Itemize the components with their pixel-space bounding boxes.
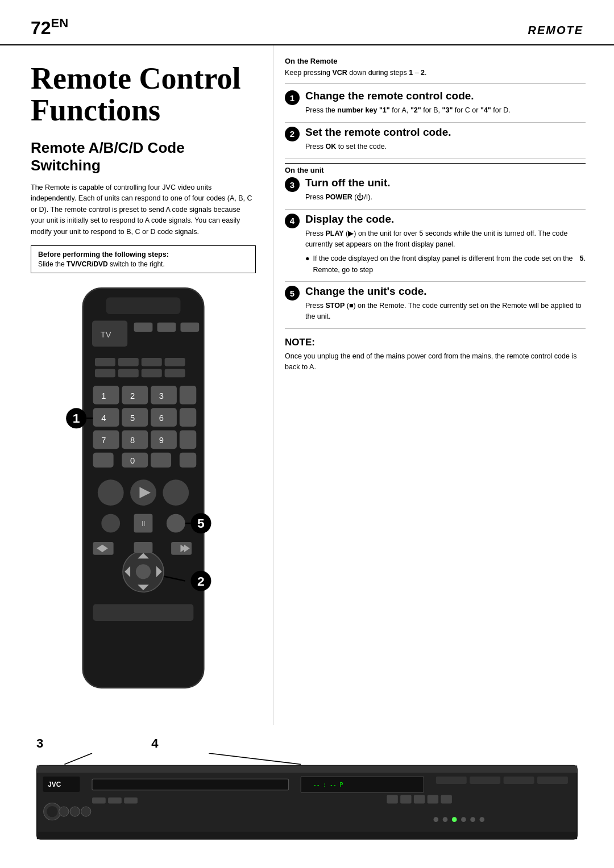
svg-rect-86 xyxy=(124,797,138,803)
step-1-content: Change the remote control code. Press th… xyxy=(305,90,511,116)
svg-point-41 xyxy=(98,479,124,506)
vcr-unit-svg: JVC -- : -- P xyxy=(31,753,583,852)
svg-text:9: 9 xyxy=(159,436,164,445)
svg-point-45 xyxy=(101,514,120,533)
notice-text: Slide the TV/VCR/DVD switch to the right… xyxy=(38,260,248,268)
step-2-circle: 2 xyxy=(285,127,300,141)
step-5-content: Change the unit's code. Press STOP (■) o… xyxy=(305,285,586,323)
svg-point-101 xyxy=(470,817,475,822)
svg-text:0: 0 xyxy=(130,456,135,465)
svg-rect-13 xyxy=(142,369,162,377)
svg-point-44 xyxy=(163,479,189,506)
svg-rect-81 xyxy=(470,777,500,784)
right-column: On the Remote Keep pressing VCR down dur… xyxy=(273,45,614,725)
step-2-body: Press OK to set the code. xyxy=(305,141,451,152)
step-3-circle: 3 xyxy=(285,177,300,192)
bottom-label-3: 3 xyxy=(36,736,43,751)
page-number: 72EN xyxy=(31,16,68,39)
svg-point-62 xyxy=(136,564,151,579)
svg-rect-10 xyxy=(165,358,185,366)
svg-rect-4 xyxy=(134,323,153,332)
step-4-circle: 4 xyxy=(285,214,300,228)
svg-rect-63 xyxy=(93,604,194,620)
remote-svg: TV 1 2 3 xyxy=(41,283,246,711)
page-number-value: 72 xyxy=(31,18,51,38)
step-1-body: Press the number key "1" for A, "2" for … xyxy=(305,105,511,116)
svg-rect-39 xyxy=(151,453,171,468)
svg-rect-28 xyxy=(180,408,196,427)
note-title: NOTE: xyxy=(285,337,586,348)
page-number-suffix: EN xyxy=(51,16,69,30)
svg-point-100 xyxy=(461,817,466,822)
svg-point-102 xyxy=(479,817,484,822)
on-remote-title: On the Remote xyxy=(285,57,586,65)
step-5-row: 5 Change the unit's code. Press STOP (■)… xyxy=(285,285,586,329)
page-header: 72EN REMOTE xyxy=(0,0,614,45)
svg-text:JVC: JVC xyxy=(48,781,61,788)
svg-point-91 xyxy=(81,807,91,816)
svg-text:8: 8 xyxy=(130,436,135,445)
svg-text:TV: TV xyxy=(101,330,111,339)
svg-text:5: 5 xyxy=(197,516,205,531)
step-4-row: 4 Display the code. Press PLAY (▶) on th… xyxy=(285,213,586,282)
bottom-label-4: 4 xyxy=(151,736,158,751)
svg-point-90 xyxy=(70,807,80,816)
step-4-heading: Display the code. xyxy=(305,213,586,226)
svg-rect-80 xyxy=(436,777,467,784)
svg-rect-77 xyxy=(92,779,289,790)
step-2-row: 2 Set the remote control code. Press OK … xyxy=(285,126,586,158)
svg-point-97 xyxy=(433,817,438,822)
note-text: Once you unplug the end of the mains pow… xyxy=(285,351,586,373)
step-4-content: Display the code. Press PLAY (▶) on the … xyxy=(305,213,586,276)
svg-rect-35 xyxy=(180,430,196,449)
svg-text:4: 4 xyxy=(101,414,106,423)
svg-rect-82 xyxy=(504,777,534,784)
svg-text:-- : -- P: -- : -- P xyxy=(313,782,343,788)
svg-point-99 xyxy=(452,817,457,822)
svg-point-98 xyxy=(443,817,448,822)
svg-rect-92 xyxy=(387,795,397,803)
svg-rect-6 xyxy=(180,323,199,332)
step-3-row: 3 Turn off the unit. Press POWER (⏻/I). xyxy=(285,177,586,209)
svg-text:II: II xyxy=(142,519,146,528)
note-section: NOTE: Once you unplug the end of the mai… xyxy=(285,337,586,373)
step-2-content: Set the remote control code. Press OK to… xyxy=(305,126,451,152)
svg-line-105 xyxy=(209,753,301,764)
svg-point-47 xyxy=(167,514,185,533)
svg-rect-84 xyxy=(92,797,106,803)
svg-rect-1 xyxy=(106,297,181,314)
svg-text:5: 5 xyxy=(130,414,135,423)
notice-title: Before performing the following steps: xyxy=(38,251,248,258)
svg-rect-96 xyxy=(441,795,451,803)
bottom-labels: 3 4 xyxy=(31,736,583,751)
page-title: Remote Control Functions xyxy=(31,62,256,127)
on-remote-section: On the Remote Keep pressing VCR down dur… xyxy=(285,57,586,85)
svg-rect-40 xyxy=(180,453,196,468)
page-section: REMOTE xyxy=(528,24,583,37)
svg-text:7: 7 xyxy=(101,436,106,445)
svg-rect-54 xyxy=(134,542,153,553)
svg-rect-95 xyxy=(428,795,438,803)
svg-rect-11 xyxy=(95,369,115,377)
left-column: Remote Control Functions Remote A/B/C/D … xyxy=(0,45,273,725)
svg-rect-74 xyxy=(37,765,577,773)
svg-text:3: 3 xyxy=(159,391,164,400)
svg-text:2: 2 xyxy=(197,574,205,589)
step-3-heading: Turn off the unit. xyxy=(305,177,391,189)
svg-rect-5 xyxy=(157,323,176,332)
step-5-heading: Change the unit's code. xyxy=(305,285,586,298)
svg-rect-9 xyxy=(142,358,162,366)
svg-text:2: 2 xyxy=(130,391,135,400)
body-text: The Remote is capable of controlling fou… xyxy=(31,182,256,237)
step-1-row: 1 Change the remote control code. Press … xyxy=(285,90,586,122)
svg-rect-36 xyxy=(93,453,114,468)
svg-text:1: 1 xyxy=(73,411,80,425)
svg-rect-93 xyxy=(400,795,411,803)
step-1-heading: Change the remote control code. xyxy=(305,90,511,102)
on-remote-text: Keep pressing VCR down during steps 1 – … xyxy=(285,68,586,85)
svg-rect-7 xyxy=(95,358,115,366)
bottom-section: 3 4 JVC -- : -- P xyxy=(0,731,614,868)
step-1-circle: 1 xyxy=(285,90,300,105)
notice-box: Before performing the following steps: S… xyxy=(31,245,256,273)
step-3-body: Press POWER (⏻/I). xyxy=(305,192,391,203)
